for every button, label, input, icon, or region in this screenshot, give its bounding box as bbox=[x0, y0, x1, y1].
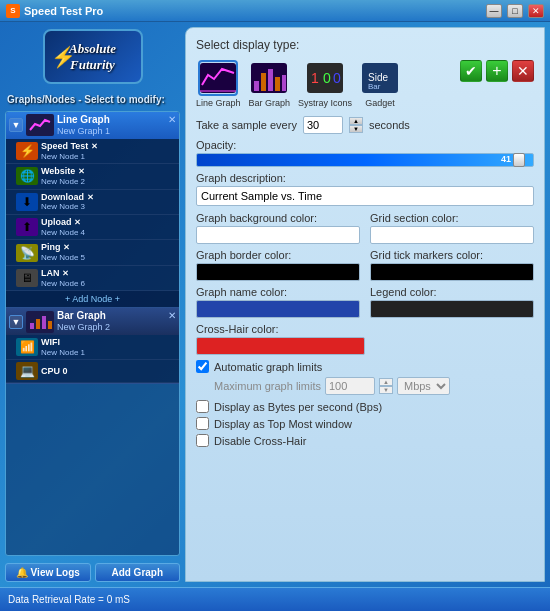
nocrosshair-checkbox[interactable] bbox=[196, 434, 209, 447]
display-type-systray[interactable]: 1 0 0 Systray Icons bbox=[298, 60, 352, 108]
maximize-button[interactable]: □ bbox=[507, 4, 523, 18]
bar-graph-labels: Bar Graph New Graph 2 bbox=[57, 310, 176, 333]
status-text: Data Retrieval Rate = 0 mS bbox=[8, 594, 130, 605]
node-ping[interactable]: 📡 Ping ✕ New Node 5 bbox=[6, 240, 179, 265]
bell-icon: 🔔 bbox=[16, 567, 28, 578]
view-logs-button[interactable]: 🔔 View Logs bbox=[5, 563, 91, 582]
speedtest-icon: ⚡ bbox=[16, 142, 38, 160]
node-lan[interactable]: 🖥 LAN ✕ New Node 6 bbox=[6, 266, 179, 291]
action-icons: ✔ + ✕ bbox=[460, 60, 534, 82]
bar-graph-expand[interactable]: ▼ bbox=[9, 315, 23, 329]
node-wifi[interactable]: 📶 WIFI New Node 1 bbox=[6, 335, 179, 360]
svg-rect-0 bbox=[30, 323, 34, 329]
auto-limits-row: Automatic graph limits bbox=[196, 360, 534, 373]
max-limits-unit-select[interactable]: Mbps Kbps Gbps bbox=[397, 377, 450, 395]
gridtick-color-swatch[interactable] bbox=[370, 263, 534, 281]
add-button[interactable]: + bbox=[486, 60, 508, 82]
app-title: Speed Test Pro bbox=[24, 5, 481, 17]
add-graph-button[interactable]: Add Graph bbox=[95, 563, 181, 582]
nocrosshair-label: Disable Cross-Hair bbox=[214, 435, 306, 447]
graph-desc-input[interactable] bbox=[196, 186, 534, 206]
minimize-button[interactable]: — bbox=[486, 4, 502, 18]
crosshair-color-swatch[interactable] bbox=[196, 337, 365, 355]
line-graph-expand[interactable]: ▼ bbox=[9, 118, 23, 132]
upload-subtitle: New Node 4 bbox=[41, 228, 176, 238]
gridtick-color-label: Grid tick markers color: bbox=[370, 249, 534, 261]
topmost-checkbox[interactable] bbox=[196, 417, 209, 430]
upload-icon: ⬆ bbox=[16, 218, 38, 236]
max-spinner-down[interactable]: ▼ bbox=[379, 386, 393, 394]
color-row-3: Graph name color: Legend color: bbox=[196, 286, 534, 318]
max-limits-spinner: ▲ ▼ bbox=[379, 378, 393, 394]
bar-graph-display-label: Bar Graph bbox=[249, 98, 291, 108]
upload-title: Upload ✕ bbox=[41, 217, 176, 228]
speedtest-title: Speed Test ✕ bbox=[41, 141, 176, 152]
right-panel: Select display type: Line Graph bbox=[185, 27, 545, 582]
website-title: Website ✕ bbox=[41, 166, 176, 177]
name-color-swatch[interactable] bbox=[196, 300, 360, 318]
speedtest-subtitle: New Node 1 bbox=[41, 152, 176, 162]
svg-rect-11 bbox=[282, 75, 286, 91]
wifi-title: WIFI bbox=[41, 337, 176, 348]
lan-title: LAN ✕ bbox=[41, 268, 176, 279]
line-graph-labels: Line Graph New Graph 1 bbox=[57, 114, 176, 137]
node-cpu[interactable]: 💻 CPU 0 bbox=[6, 360, 179, 383]
node-download[interactable]: ⬇ Download ✕ New Node 3 bbox=[6, 190, 179, 215]
node-website[interactable]: 🌐 Website ✕ New Node 2 bbox=[6, 164, 179, 189]
app-icon: S bbox=[6, 4, 20, 18]
line-graph-display-label: Line Graph bbox=[196, 98, 241, 108]
spinner-up[interactable]: ▲ bbox=[349, 117, 363, 125]
view-logs-label: View Logs bbox=[31, 567, 80, 578]
bps-checkbox[interactable] bbox=[196, 400, 209, 413]
opacity-value: 41 bbox=[501, 154, 511, 164]
add-node-button[interactable]: + Add Node + bbox=[6, 291, 179, 307]
svg-text:Bar: Bar bbox=[368, 82, 381, 91]
bar-graph-nodes: 📶 WIFI New Node 1 💻 CPU 0 bbox=[6, 335, 179, 383]
graph-desc-row: Graph description: bbox=[196, 172, 534, 212]
bg-color-swatch[interactable] bbox=[196, 226, 360, 244]
max-spinner-up[interactable]: ▲ bbox=[379, 378, 393, 386]
wifi-icon: 📶 bbox=[16, 338, 38, 356]
wifi-subtitle: New Node 1 bbox=[41, 348, 176, 358]
svg-rect-9 bbox=[268, 69, 273, 91]
sidebar-bottom-buttons: 🔔 View Logs Add Graph bbox=[5, 563, 180, 582]
confirm-button[interactable]: ✔ bbox=[460, 60, 482, 82]
title-bar: S Speed Test Pro — □ ✕ bbox=[0, 0, 550, 22]
line-graph-group: ▼ Line Graph New Graph 1 ✕ ⚡ bbox=[6, 112, 179, 308]
display-type-line[interactable]: Line Graph bbox=[196, 60, 241, 108]
color-row-1: Graph background color: Grid section col… bbox=[196, 212, 534, 244]
auto-limits-checkbox[interactable] bbox=[196, 360, 209, 373]
display-type-gadget[interactable]: Side Bar Gadget bbox=[360, 60, 400, 108]
download-icon: ⬇ bbox=[16, 193, 38, 211]
lan-labels: LAN ✕ New Node 6 bbox=[41, 268, 176, 288]
spinner-down[interactable]: ▼ bbox=[349, 125, 363, 133]
node-upload[interactable]: ⬆ Upload ✕ New Node 4 bbox=[6, 215, 179, 240]
opacity-slider-thumb[interactable] bbox=[513, 153, 525, 167]
sidebar: ⚡ AbsoluteFuturity Graphs/Nodes - Select… bbox=[0, 22, 185, 587]
line-graph-header[interactable]: ▼ Line Graph New Graph 1 ✕ bbox=[6, 112, 179, 139]
graph-desc-label: Graph description: bbox=[196, 172, 534, 184]
delete-button[interactable]: ✕ bbox=[512, 60, 534, 82]
grid-color-group: Grid section color: bbox=[370, 212, 534, 244]
logo-box: ⚡ AbsoluteFuturity bbox=[43, 29, 143, 84]
sample-rate-input[interactable] bbox=[303, 116, 343, 134]
bar-graph-close[interactable]: ✕ bbox=[168, 310, 176, 321]
cpu-icon: 💻 bbox=[16, 362, 38, 380]
topmost-label: Display as Top Most window bbox=[214, 418, 352, 430]
name-color-group: Graph name color: bbox=[196, 286, 360, 318]
grid-color-swatch[interactable] bbox=[370, 226, 534, 244]
sample-rate-row: Take a sample every ▲ ▼ seconds bbox=[196, 116, 534, 134]
ping-icon: 📡 bbox=[16, 244, 38, 262]
opacity-slider[interactable]: 41 bbox=[196, 153, 534, 167]
border-color-swatch[interactable] bbox=[196, 263, 360, 281]
max-limits-input[interactable] bbox=[325, 377, 375, 395]
bps-label: Display as Bytes per second (Bps) bbox=[214, 401, 382, 413]
display-type-bar[interactable]: Bar Graph bbox=[249, 60, 291, 108]
close-button[interactable]: ✕ bbox=[528, 4, 544, 18]
bar-graph-header[interactable]: ▼ Bar Graph New Graph 2 ✕ bbox=[6, 308, 179, 335]
line-graph-nodes: ⚡ Speed Test ✕ New Node 1 🌐 Website ✕ Ne… bbox=[6, 139, 179, 307]
line-graph-close[interactable]: ✕ bbox=[168, 114, 176, 125]
node-speedtest[interactable]: ⚡ Speed Test ✕ New Node 1 bbox=[6, 139, 179, 164]
legend-color-swatch[interactable] bbox=[370, 300, 534, 318]
sample-rate-spinner: ▲ ▼ bbox=[349, 117, 363, 133]
